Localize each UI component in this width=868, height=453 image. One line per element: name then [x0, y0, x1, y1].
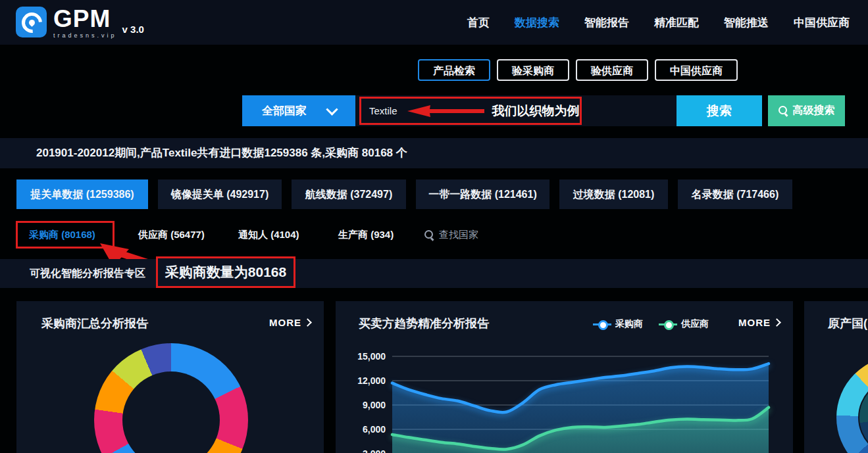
gpm-logo-icon	[16, 7, 47, 37]
visual-report-section-bar: 可视化智能分析报告专区	[0, 259, 868, 288]
version-label: v 3.0	[122, 24, 144, 35]
top-nav-bar: GPM tradesns.vip v 3.0 首页 数据搜索 智能报告 精准匹配…	[0, 0, 868, 45]
search-query-value: Textile	[369, 105, 397, 116]
tab-china-supplier[interactable]: 中国供应商	[655, 59, 738, 81]
chevron-down-icon	[326, 103, 338, 115]
annotation-box-query: Textile 我们以织物为例	[359, 97, 582, 125]
brand-name: GPM	[53, 7, 117, 31]
buyer-summary-donut-chart[interactable]	[94, 343, 248, 453]
tab-buyers[interactable]: 采购商 (80168)	[29, 221, 95, 249]
svg-text:3,000: 3,000	[363, 448, 386, 453]
tab-manufacturers[interactable]: 生产商 (934)	[338, 221, 394, 249]
svg-text:12,000: 12,000	[357, 375, 386, 386]
nav-item-data-search[interactable]: 数据搜索	[515, 15, 559, 30]
tab-shipping-route[interactable]: 航线数据 (372497)	[292, 179, 406, 209]
find-country-label: 查找国家	[439, 229, 478, 241]
nav-item-china-supplier[interactable]: 中国供应商	[794, 15, 850, 30]
tab-notify-party[interactable]: 通知人 (4104)	[238, 221, 299, 249]
nav-item-precise-match[interactable]: 精准匹配	[654, 15, 699, 30]
buyer-count-annotation: 采购商数量为80168	[165, 263, 286, 281]
nav-item-smart-report[interactable]: 智能报告	[584, 15, 629, 30]
tab-verify-buyer[interactable]: 验采购商	[497, 59, 569, 81]
brand-domain: tradesns.vip	[53, 33, 117, 39]
advanced-search-button[interactable]: 高级搜索	[768, 95, 845, 126]
result-summary-text: 201901-202012期间,产品Textile共有进口数据1259386 条…	[36, 138, 407, 168]
origin-country-title: 原产国(	[828, 316, 867, 331]
gpm-trade-search-page: GPM tradesns.vip v 3.0 首页 数据搜索 智能报告 精准匹配…	[0, 0, 868, 453]
svg-text:9,000: 9,000	[363, 400, 386, 410]
search-icon	[424, 230, 434, 240]
tab-verify-supplier[interactable]: 验供应商	[576, 59, 648, 81]
advanced-search-label: 高级搜索	[793, 104, 835, 118]
main-nav: 首页 数据搜索 智能报告 精准匹配 智能推送 中国供应商	[467, 0, 850, 45]
section-title: 可视化智能分析报告专区	[30, 259, 145, 288]
annotation-arrow-left-icon	[407, 103, 486, 119]
svg-text:6,000: 6,000	[363, 424, 386, 435]
more-label: MORE	[269, 317, 301, 328]
country-select[interactable]: 全部国家	[242, 95, 355, 126]
tab-bill-of-lading[interactable]: 提关单数据 (1259386)	[16, 179, 148, 209]
annotation-text-example: 我们以织物为例	[492, 103, 580, 120]
origin-country-card: 原产国(	[804, 301, 868, 453]
nav-item-smart-push[interactable]: 智能推送	[724, 15, 769, 30]
buyer-summary-title: 采购商汇总分析报告	[41, 316, 148, 331]
search-mode-tabs: 产品检索 验采购商 验供应商 中国供应商	[418, 59, 738, 81]
svg-text:15,000: 15,000	[357, 351, 386, 362]
trend-area-chart[interactable]: 15,00012,0009,0006,0003,000	[336, 301, 793, 453]
buyer-summary-more-link[interactable]: MORE	[269, 317, 311, 328]
search-icon	[779, 106, 788, 116]
tab-transit[interactable]: 过境数据 (12081)	[559, 179, 668, 209]
tab-mirror-bol[interactable]: 镜像提关单 (492917)	[158, 179, 282, 209]
country-select-value: 全部国家	[262, 103, 307, 118]
result-summary-bar: 201901-202012期间,产品Textile共有进口数据1259386 条…	[0, 138, 868, 168]
tab-directory[interactable]: 名录数据 (717466)	[678, 179, 792, 209]
search-button[interactable]: 搜索	[677, 95, 762, 126]
buyer-summary-card: 采购商汇总分析报告 MORE	[16, 301, 324, 453]
dataset-tabs: 提关单数据 (1259386) 镜像提关单 (492917) 航线数据 (372…	[16, 179, 792, 209]
tab-product-search[interactable]: 产品检索	[418, 59, 490, 81]
annotation-box-buyer-count: 采购商数量为80168	[156, 256, 295, 288]
chevron-right-icon	[303, 318, 312, 327]
tab-belt-road[interactable]: 一带一路数据 (121461)	[416, 179, 549, 209]
brand-logo[interactable]: GPM tradesns.vip v 3.0	[16, 7, 144, 39]
nav-item-home[interactable]: 首页	[467, 15, 490, 30]
find-country-button[interactable]: 查找国家	[424, 221, 478, 249]
trend-card: 买卖方趋势精准分析报告 采购商 供应商 MORE 15,00012,0009,0…	[336, 301, 793, 453]
